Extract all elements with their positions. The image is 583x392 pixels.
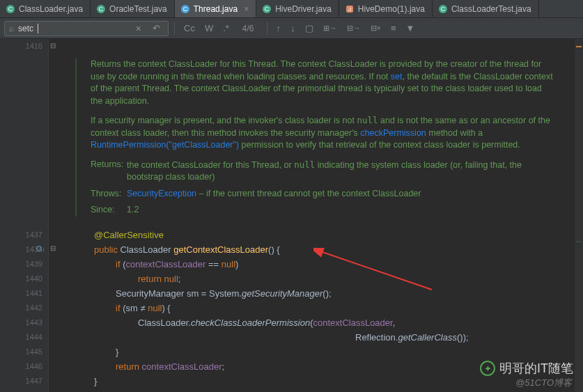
- code-line: return null;: [138, 272, 583, 286]
- tab-classloadertest[interactable]: CClassLoaderTest.java: [433, 0, 539, 17]
- search-icon: ⌕: [9, 24, 14, 33]
- code-line: if (sm ≠ null) {: [116, 301, 583, 315]
- line-number: 1440: [26, 272, 42, 286]
- marker[interactable]: [576, 241, 582, 242]
- tab-oracletest[interactable]: COracleTest.java: [91, 0, 175, 17]
- class-icon: C: [438, 4, 448, 14]
- tab-label: HiveDriver.java: [275, 4, 332, 14]
- javadoc-popup: Returns the context ClassLoader for this…: [75, 49, 566, 230]
- find-toolbar: ⌕ setc × ↶ Cc W .* 4/6 ↑ ↓ ▢ ⊞→ ⊟→ ⊟× ≡ …: [0, 18, 583, 39]
- line-number: 1441: [26, 286, 42, 301]
- class-icon: C: [6, 4, 15, 14]
- tab-hivedemo[interactable]: JHiveDemo(1).java: [339, 0, 433, 17]
- error-stripe[interactable]: [575, 39, 583, 392]
- tab-label: HiveDemo(1).java: [358, 4, 425, 14]
- line-number: 1443: [26, 315, 42, 330]
- line-number: 1437: [26, 228, 42, 242]
- doc-throws: Throws:SecurityException – if the curren…: [77, 188, 553, 201]
- tab-label: ClassLoader.java: [19, 4, 83, 14]
- tab-label: OracleTest.java: [109, 4, 167, 14]
- line-number: 1447: [26, 374, 42, 389]
- text-cursor: [38, 24, 38, 33]
- separator: [267, 22, 267, 35]
- words-toggle[interactable]: W: [201, 22, 217, 35]
- match-count: 4/6: [235, 24, 261, 33]
- prev-match-icon[interactable]: ↑: [273, 22, 285, 35]
- watermark-sub: @51CTO博客: [515, 377, 572, 389]
- doc-link[interactable]: RuntimePermission: [91, 140, 166, 150]
- tab-label: Thread.java: [194, 4, 238, 14]
- code-line: if (contextClassLoader == null): [116, 257, 583, 272]
- close-tab-icon[interactable]: ×: [244, 4, 249, 14]
- match-case-toggle[interactable]: Cc: [180, 22, 199, 35]
- code-line: @CallerSensitive: [94, 228, 583, 242]
- svg-text:C: C: [99, 6, 104, 13]
- filter-icon[interactable]: ▼: [403, 22, 419, 35]
- tab-classloader[interactable]: CClassLoader.java: [0, 0, 91, 17]
- svg-text:C: C: [8, 6, 13, 13]
- doc-since: Since:1.2: [77, 204, 553, 217]
- remove-selection-icon[interactable]: ⊟→: [343, 22, 364, 34]
- doc-link[interactable]: set: [391, 72, 403, 81]
- code-line: ClassLoader.checkClassLoaderPermission(c…: [138, 315, 583, 330]
- tab-hivedriver[interactable]: CHiveDriver.java: [256, 0, 339, 17]
- class-icon: C: [96, 4, 106, 14]
- watermark: ✦明哥的IT随笔: [480, 360, 573, 377]
- line-number: 1444: [26, 330, 42, 345]
- svg-text:C: C: [265, 6, 270, 13]
- code-line: Reflection.getCallerClass());: [355, 330, 583, 345]
- search-input-wrapper[interactable]: ⌕ setc × ↶: [4, 21, 169, 36]
- editor-area: 1416 1437 1438 O↓ 1439 1440 1441 1442 14…: [0, 39, 583, 392]
- line-number: 1442: [26, 301, 42, 315]
- search-history-icon[interactable]: ↶: [149, 22, 164, 35]
- override-icon[interactable]: O↓: [36, 245, 45, 253]
- class-icon: C: [262, 4, 272, 14]
- editor-tabs: CClassLoader.java COracleTest.java CThre…: [0, 0, 583, 18]
- search-text: setc: [18, 24, 33, 33]
- line-number: 1416: [26, 39, 42, 54]
- wechat-icon: ✦: [480, 361, 495, 376]
- svg-text:J: J: [348, 6, 351, 13]
- clear-search-icon[interactable]: ×: [132, 22, 145, 36]
- code-line: }: [116, 345, 583, 359]
- tab-thread[interactable]: CThread.java×: [175, 0, 256, 17]
- svg-text:C: C: [441, 6, 446, 13]
- code-line: public ClassLoader getContextClassLoader…: [94, 242, 583, 257]
- tab-label: ClassLoaderTest.java: [451, 4, 531, 14]
- code-line: SecurityManager sm = System.getSecurityM…: [116, 286, 583, 301]
- doc-paragraph: If a security manager is present, and th…: [77, 114, 553, 152]
- line-number: 1446: [26, 359, 42, 374]
- code-area[interactable]: ⊟ ⊟ Returns the context ClassLoader for …: [49, 39, 583, 392]
- exclude-icon[interactable]: ⊟×: [367, 22, 384, 34]
- settings-icon[interactable]: ≡: [387, 22, 400, 35]
- svg-text:C: C: [183, 6, 188, 13]
- line-number: 1439: [26, 257, 42, 272]
- separator: [174, 22, 175, 35]
- doc-paragraph: Returns the context ClassLoader for this…: [77, 58, 553, 107]
- regex-toggle[interactable]: .*: [219, 22, 233, 35]
- class-icon: C: [180, 4, 190, 14]
- doc-link[interactable]: SecurityException: [127, 189, 196, 198]
- line-number: 1445: [26, 345, 42, 359]
- next-match-icon[interactable]: ↓: [287, 22, 299, 35]
- doc-link[interactable]: checkPermission: [360, 128, 426, 138]
- select-all-icon[interactable]: ▢: [302, 22, 317, 35]
- fold-column: ⊟ ⊟: [49, 39, 59, 392]
- marker[interactable]: [576, 46, 582, 47]
- doc-returns: Returns:the context ClassLoader for this…: [77, 159, 553, 184]
- add-selection-icon[interactable]: ⊞→: [320, 22, 341, 34]
- gutter: 1416 1437 1438 O↓ 1439 1440 1441 1442 14…: [0, 39, 49, 392]
- fold-toggle-icon[interactable]: ⊟: [50, 245, 58, 253]
- java-icon: J: [345, 4, 355, 14]
- fold-toggle-icon[interactable]: ⊟: [50, 42, 58, 50]
